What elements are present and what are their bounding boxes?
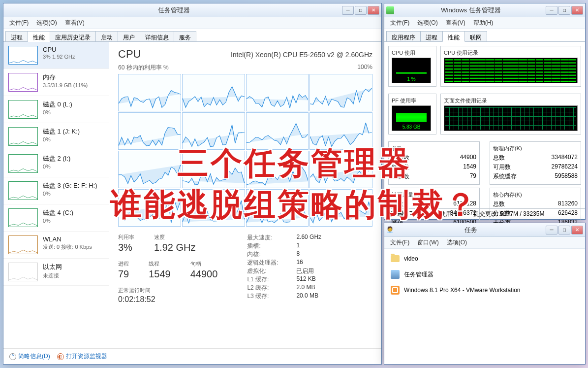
pagefile-history-label: 页面文件使用记录 — [444, 97, 578, 104]
window-title: Windows 任务管理器 — [396, 6, 546, 15]
cpu-usage-label: CPU 使用 — [392, 49, 433, 57]
menu-help[interactable]: 帮助(H) — [470, 18, 496, 28]
tab-applications[interactable]: 应用程序 — [386, 31, 421, 41]
menu-view[interactable]: 查看(V) — [443, 18, 468, 28]
minimize-button[interactable]: ─ — [546, 226, 557, 234]
window-title: 任务 — [396, 226, 546, 234]
tab-processes[interactable]: 进程 — [420, 31, 443, 41]
status-processes: 进程数: 79 — [388, 210, 416, 218]
titlebar[interactable]: 🧑‍💼 任务 ─ □ ✕ — [384, 223, 585, 237]
pf-gauge: 5.83 GB — [392, 105, 431, 131]
titlebar[interactable]: Windows 任务管理器 ─ □ ✕ — [384, 3, 585, 17]
menu-options[interactable]: 选项(O) — [444, 237, 470, 248]
minimize-button[interactable]: ─ — [546, 6, 557, 15]
sidebar-item-disk-2[interactable]: 磁盘 0 (L:)0% — [3, 96, 109, 123]
tab-services[interactable]: 服务 — [174, 31, 196, 41]
thumb-icon — [8, 73, 38, 92]
app-icon — [386, 6, 394, 14]
sidebar-item-mem-1[interactable]: 内存3.5/31.9 GB (11%) — [3, 69, 109, 96]
vmware-icon — [391, 286, 400, 295]
uptime-value: 0:02:18:52 — [118, 295, 217, 304]
tab-processes[interactable]: 进程 — [5, 31, 28, 41]
task-list: video任务管理器Windows 8.1 Pro X64 - VMware W… — [384, 249, 585, 300]
tab-performance[interactable]: 性能 — [442, 31, 465, 42]
close-button[interactable]: ✕ — [571, 226, 583, 234]
menu-file[interactable]: 文件(F) — [387, 237, 412, 248]
totals-box: 总数 句柄数44900线程数1549进程数79 — [388, 141, 480, 185]
sidebar-item-disk-6[interactable]: 磁盘 4 (C:)0% — [3, 204, 109, 232]
chevron-up-icon: ^ — [9, 353, 16, 360]
menu-options[interactable]: 选项(O) — [33, 18, 60, 28]
detail-row: L1 缓存:512 KB — [247, 275, 321, 284]
resmon-icon: ◐ — [57, 353, 64, 360]
cpu-core-graph-11 — [309, 151, 372, 188]
stat-row: 总数33484072 — [493, 153, 578, 163]
window-title: 任务管理器 — [5, 6, 342, 15]
cpu-core-graph-0 — [118, 74, 181, 111]
tab-details[interactable]: 详细信息 — [140, 31, 174, 41]
sidebar-item-eth-8[interactable]: 以太网未连接 — [3, 259, 109, 286]
status-commit: 提交更改: 5977M / 33235M — [473, 210, 545, 218]
menubar: 文件(F) 选项(O) 查看(V) 帮助(H) — [384, 17, 585, 29]
minimize-button[interactable]: ─ — [342, 6, 354, 15]
detail-row: L3 缓存:20.0 MB — [247, 292, 321, 301]
stat-速度: 速度1.92 GHz — [154, 234, 195, 253]
menu-window[interactable]: 窗口(W) — [414, 237, 441, 248]
task-label: 任务管理器 — [404, 270, 433, 279]
tab-networking[interactable]: 联网 — [464, 31, 487, 41]
menu-file[interactable]: 文件(F) — [6, 18, 31, 28]
task-item[interactable]: Windows 8.1 Pro X64 - VMware Workstation — [386, 282, 583, 298]
menubar: 文件(F) 窗口(W) 选项(O) — [384, 237, 585, 249]
uptime-label: 正常运行时间 — [118, 287, 217, 294]
task-item[interactable]: 任务管理器 — [386, 267, 583, 282]
stat-row: 句柄数44900 — [392, 153, 476, 163]
sidebar-item-net-7[interactable]: WLAN发送: 0 接收: 0 Kbps — [3, 232, 109, 259]
cpu-core-graph-8 — [118, 151, 181, 188]
menu-view[interactable]: 查看(V) — [62, 18, 88, 28]
close-button[interactable]: ✕ — [368, 6, 379, 15]
sidebar-item-disk-5[interactable]: 磁盘 3 (G: E: F: H:)0% — [3, 177, 109, 204]
cpu-core-graph-15 — [309, 189, 372, 227]
stat-row: 系统缓存5958588 — [493, 172, 578, 181]
tab-performance[interactable]: 性能 — [28, 31, 50, 42]
tab-users[interactable]: 用户 — [118, 31, 140, 41]
maximize-button[interactable]: □ — [355, 6, 367, 15]
stat-row: 总数813260 — [493, 200, 578, 209]
menu-options[interactable]: 选项(O) — [414, 18, 440, 28]
maximize-button[interactable]: □ — [558, 6, 570, 15]
menu-file[interactable]: 文件(F) — [387, 18, 412, 28]
cpu-core-graph-14 — [246, 189, 309, 227]
tab-app-history[interactable]: 应用历史记录 — [50, 31, 96, 41]
cpu-core-graph-5 — [182, 112, 245, 150]
maximize-button[interactable]: □ — [558, 226, 570, 234]
thumb-icon — [8, 235, 38, 254]
sidebar-item-disk-4[interactable]: 磁盘 2 (I:)0% — [3, 150, 109, 177]
detail-row: 逻辑处理器:16 — [247, 259, 321, 267]
stat-row: 总数6121128 — [392, 200, 476, 209]
task-item[interactable]: video — [386, 251, 583, 267]
fewer-details-link[interactable]: ^简略信息(D) — [9, 352, 50, 361]
sidebar-item-cpu-0[interactable]: CPU3% 1.92 GHz — [3, 42, 109, 69]
cpu-core-graph-3 — [309, 74, 372, 111]
cpu-core-graph-1 — [182, 74, 245, 111]
stat-句柄: 句柄44900 — [190, 260, 218, 280]
physmem-box: 物理内存(K) 总数33484072可用数29786224系统缓存5958588 — [490, 141, 581, 185]
resource-monitor-link[interactable]: ◐打开资源监视器 — [57, 352, 107, 361]
pagefile-history — [444, 105, 578, 131]
cpu-gauge: 1 % — [392, 58, 431, 83]
cpu-core-graph-4 — [118, 112, 181, 150]
cpu-core-graph-9 — [182, 151, 245, 188]
close-button[interactable]: ✕ — [571, 6, 583, 15]
detail-row: L2 缓存:2.0 MB — [247, 284, 321, 292]
cpu-core-graph-12 — [118, 189, 181, 227]
cpu-model: Intel(R) Xeon(R) CPU E5-2650 v2 @ 2.60GH… — [231, 51, 372, 59]
thumb-icon — [8, 263, 38, 281]
sidebar-item-disk-3[interactable]: 磁盘 1 (J: K:)0% — [3, 123, 109, 150]
tab-startup[interactable]: 启动 — [95, 31, 118, 41]
titlebar[interactable]: 任务管理器 ─ □ ✕ — [3, 3, 381, 17]
cpu-core-graph-7 — [309, 112, 372, 150]
thumb-icon — [8, 127, 38, 146]
graph-label-left: 60 秒内的利用率 % — [118, 64, 169, 72]
tabs: 应用程序 进程 性能 联网 — [384, 29, 585, 42]
cpu-core-graph-2 — [246, 74, 309, 111]
